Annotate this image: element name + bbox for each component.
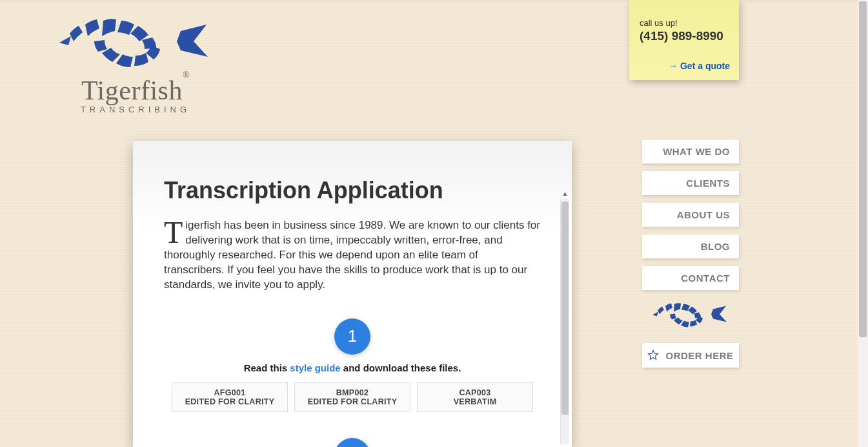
nav-about-us[interactable]: ABOUT US	[642, 203, 739, 227]
page-title: Transcription Application	[164, 177, 541, 204]
download-files-row: AFG001 EDITED FOR CLARITY BMP002 EDITED …	[164, 382, 541, 412]
nav-what-we-do[interactable]: WHAT WE DO	[642, 140, 739, 163]
file-afg001[interactable]: AFG001 EDITED FOR CLARITY	[172, 382, 288, 412]
intro-text: igerfish has been in business since 1989…	[164, 219, 540, 291]
phone-number: (415) 989-8990	[640, 29, 730, 43]
window-scroll-thumb[interactable]	[859, 1, 867, 337]
file-cap003[interactable]: CAP003 VERBATIM	[417, 382, 533, 412]
step-1-badge: 1	[334, 318, 370, 355]
star-icon	[647, 349, 659, 361]
scroll-thumb[interactable]	[561, 202, 569, 415]
order-here-label: ORDER HERE	[665, 350, 733, 361]
order-here-button[interactable]: ORDER HERE	[642, 343, 739, 368]
main-nav: WHAT WE DO CLIENTS ABOUT US BLOG CONTACT…	[642, 140, 739, 368]
style-guide-link[interactable]: style guide	[290, 362, 340, 373]
intro-dropcap: T	[164, 218, 185, 246]
nav-clients[interactable]: CLIENTS	[642, 171, 739, 195]
intro-paragraph: Tigerfish has been in business since 198…	[164, 218, 541, 293]
brand-name: Tigerfish®	[39, 75, 232, 106]
content-scrollbar[interactable]: ▲	[560, 199, 569, 444]
window-scrollbar[interactable]	[858, 0, 868, 447]
content-card: Transcription Application Tigerfish has …	[133, 141, 572, 447]
file-bmp002[interactable]: BMP002 EDITED FOR CLARITY	[294, 382, 410, 412]
tigerfish-icon	[52, 12, 219, 70]
step-2-badge: 2	[334, 438, 370, 447]
call-us-label: call us up!	[640, 18, 730, 28]
nav-blog[interactable]: BLOG	[642, 234, 739, 258]
tigerfish-small-icon	[642, 299, 739, 331]
contact-sticky-note: call us up! (415) 989-8990 Get a quote	[629, 0, 739, 80]
get-quote-link[interactable]: Get a quote	[669, 61, 730, 71]
step-1-instruction: Read this style guide and download these…	[164, 362, 541, 373]
logo[interactable]: Tigerfish® TRANSCRIBING	[39, 12, 232, 114]
brand-tagline: TRANSCRIBING	[39, 105, 232, 114]
scroll-up-arrow-icon[interactable]: ▲	[561, 190, 569, 197]
nav-contact[interactable]: CONTACT	[642, 266, 739, 290]
